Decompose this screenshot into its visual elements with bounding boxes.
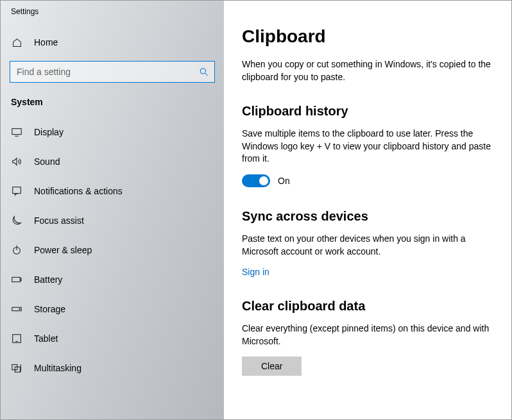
focus-assist-icon — [11, 215, 22, 226]
intro-text: When you copy or cut something in Window… — [242, 58, 493, 83]
search-box — [10, 61, 215, 83]
history-toggle-state: On — [278, 176, 290, 186]
power-icon — [11, 244, 22, 256]
svg-point-0 — [200, 69, 205, 74]
search-icon — [199, 67, 209, 77]
sidebar-item-label: Focus assist — [34, 215, 84, 226]
battery-icon — [11, 274, 22, 285]
clear-button[interactable]: Clear — [242, 357, 302, 376]
display-icon — [11, 126, 22, 138]
clear-body: Clear everything (except pinned items) o… — [242, 323, 493, 348]
section-clear: Clear clipboard data Clear everything (e… — [242, 299, 493, 376]
sidebar-item-label: Battery — [34, 274, 62, 285]
sidebar-item-battery[interactable]: Battery — [1, 265, 224, 294]
notifications-icon — [11, 185, 22, 197]
tablet-icon — [11, 333, 22, 344]
svg-line-1 — [205, 73, 208, 76]
sidebar-home-label: Home — [34, 37, 58, 47]
sidebar-item-multitasking[interactable]: Multitasking — [1, 353, 224, 383]
sync-body: Paste text on your other devices when yo… — [242, 233, 493, 258]
svg-rect-7 — [12, 277, 21, 281]
sidebar-item-label: Notifications & actions — [34, 186, 123, 196]
sidebar-item-label: Sound — [34, 156, 60, 167]
history-toggle[interactable] — [242, 174, 270, 187]
sidebar-item-sound[interactable]: Sound — [1, 147, 224, 176]
content: Clipboard When you copy or cut something… — [224, 1, 511, 419]
svg-rect-4 — [13, 187, 21, 194]
sidebar-nav: Display Sound Notifications & actions Fo… — [1, 117, 224, 383]
sidebar: Settings Home System — [1, 1, 224, 419]
sidebar-item-display[interactable]: Display — [1, 117, 224, 147]
sidebar-item-notifications[interactable]: Notifications & actions — [1, 176, 224, 206]
sidebar-item-tablet[interactable]: Tablet — [1, 324, 224, 353]
sidebar-item-label: Power & sleep — [34, 245, 92, 255]
sidebar-home[interactable]: Home — [1, 28, 224, 57]
page-title: Clipboard — [242, 26, 493, 47]
svg-rect-2 — [12, 129, 21, 135]
sync-title: Sync across devices — [242, 209, 493, 224]
sidebar-item-label: Storage — [34, 304, 65, 314]
sound-icon — [11, 156, 22, 167]
clear-title: Clear clipboard data — [242, 299, 493, 314]
storage-icon — [11, 303, 22, 315]
multitasking-icon — [11, 362, 22, 374]
svg-rect-8 — [20, 278, 21, 281]
section-clipboard-history: Clipboard history Save multiple items to… — [242, 104, 493, 187]
sidebar-item-label: Display — [34, 127, 64, 137]
sidebar-item-storage[interactable]: Storage — [1, 294, 224, 324]
sidebar-item-power-sleep[interactable]: Power & sleep — [1, 235, 224, 265]
svg-point-10 — [19, 308, 20, 309]
history-body: Save multiple items to the clipboard to … — [242, 128, 493, 165]
sign-in-link[interactable]: Sign in — [242, 267, 269, 277]
sidebar-item-label: Multitasking — [34, 363, 81, 373]
sidebar-item-focus-assist[interactable]: Focus assist — [1, 206, 224, 235]
window-title: Settings — [1, 1, 224, 22]
sidebar-category: System — [1, 92, 224, 117]
search-input[interactable] — [10, 61, 215, 83]
history-title: Clipboard history — [242, 104, 493, 119]
section-sync: Sync across devices Paste text on your o… — [242, 209, 493, 277]
home-icon — [11, 37, 22, 48]
sidebar-item-label: Tablet — [34, 333, 58, 344]
